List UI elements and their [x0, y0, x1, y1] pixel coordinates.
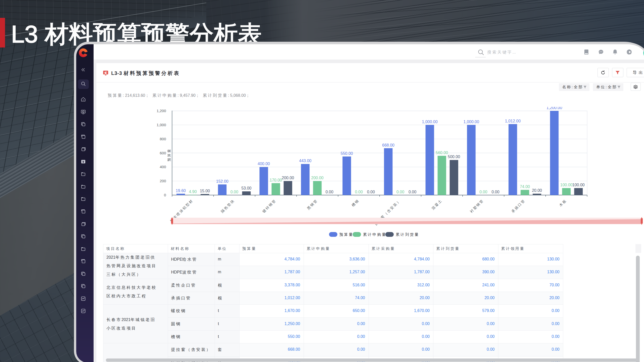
svg-text:1,000: 1,000 — [156, 123, 166, 127]
svg-text:170.00: 170.00 — [270, 178, 282, 182]
svg-text:隔热垫块: 隔热垫块 — [220, 198, 235, 214]
svg-text:1,000.00: 1,000.00 — [422, 120, 437, 124]
svg-text:1,200.00: 1,200.00 — [546, 107, 562, 110]
svg-text:0.00: 0.00 — [396, 190, 404, 194]
svg-text:20.00: 20.00 — [532, 188, 542, 193]
svg-text:0.00: 0.00 — [479, 190, 487, 194]
svg-text:1,000.00: 1,000.00 — [463, 120, 479, 124]
svg-text:0.00: 0.00 — [367, 190, 375, 194]
svg-text:木板: 木板 — [558, 198, 568, 208]
svg-text:15.00: 15.00 — [200, 189, 210, 193]
svg-text:53.00: 53.00 — [241, 186, 251, 190]
svg-text:镀锌钢管: 镀锌钢管 — [261, 198, 277, 214]
svg-text:400: 400 — [160, 165, 166, 169]
svg-text:累计到货量: 累计到货量 — [396, 232, 419, 237]
svg-text:600: 600 — [160, 151, 166, 155]
svg-text:550.00: 550.00 — [341, 151, 353, 156]
svg-text:800: 800 — [160, 137, 166, 141]
svg-text:0.00: 0.00 — [326, 190, 333, 194]
svg-text:200.00: 200.00 — [311, 176, 324, 180]
svg-text:衬塑钢管: 衬塑钢管 — [469, 198, 485, 214]
svg-text:累计申购量: 累计申购量 — [363, 232, 387, 237]
svg-text:0.00: 0.00 — [492, 190, 499, 194]
svg-text:152.00: 152.00 — [216, 179, 228, 184]
svg-text:1,012.00: 1,012.00 — [505, 119, 520, 123]
svg-text:0.00: 0.00 — [355, 190, 363, 194]
svg-text:668.00: 668.00 — [382, 143, 394, 147]
svg-text:200: 200 — [160, 179, 166, 183]
svg-text:0.00: 0.00 — [230, 190, 238, 194]
svg-text:560.00: 560.00 — [436, 151, 448, 155]
svg-text:200.00: 200.00 — [282, 176, 294, 180]
svg-text:1,200: 1,200 — [156, 109, 166, 113]
svg-text:槽钢: 槽钢 — [351, 198, 360, 208]
svg-text:100.00: 100.00 — [560, 183, 573, 187]
svg-text:混凝土: 混凝土 — [431, 198, 443, 210]
svg-text:承插口管: 承插口管 — [511, 198, 526, 214]
svg-text:0: 0 — [164, 193, 166, 197]
svg-text:预算量: 预算量 — [339, 232, 353, 237]
svg-text:0.00: 0.00 — [409, 190, 416, 194]
svg-text:黑钢管: 黑钢管 — [306, 198, 318, 210]
svg-text:74.00: 74.00 — [520, 185, 530, 189]
svg-text:19.60: 19.60 — [176, 189, 186, 193]
svg-text:100.00: 100.00 — [572, 183, 585, 187]
svg-text:预算量: 预算量 — [167, 148, 171, 162]
svg-text:500.00: 500.00 — [448, 155, 460, 159]
svg-text:443.00: 443.00 — [299, 159, 311, 163]
svg-text:400.00: 400.00 — [258, 162, 270, 166]
svg-text:4.90: 4.90 — [189, 190, 197, 194]
